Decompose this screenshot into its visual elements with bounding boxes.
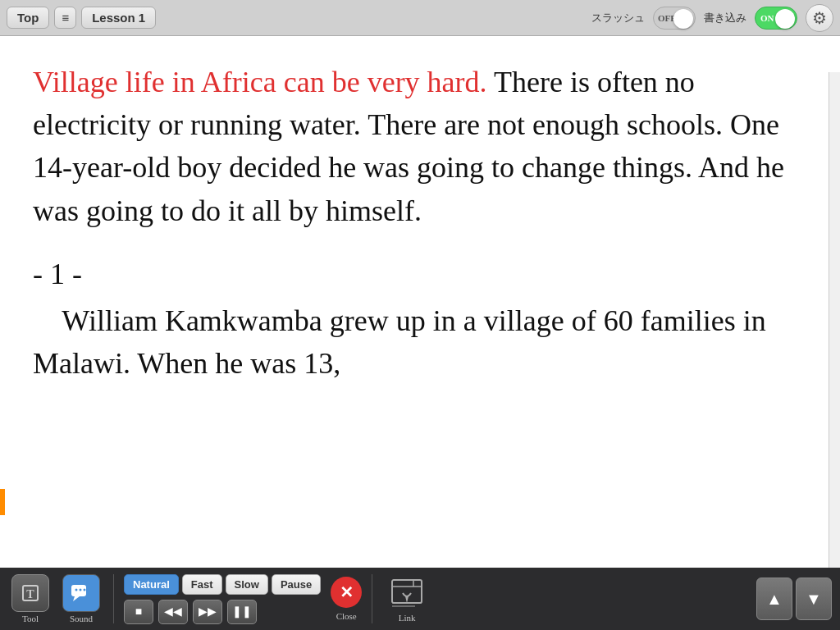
svg-text:T: T	[26, 588, 34, 600]
rewind-icon: ◀◀	[164, 605, 182, 619]
nav-buttons: ▲ ▼	[756, 578, 832, 620]
slash-label: スラッシュ	[591, 11, 645, 25]
top-button[interactable]: Top	[7, 7, 49, 29]
close-section: ✕ Close	[331, 577, 362, 621]
slash-toggle[interactable]: OFF	[653, 7, 696, 30]
play-button[interactable]: ▶▶	[193, 600, 222, 624]
speed-pause-button[interactable]: Pause	[272, 574, 321, 595]
sound-icon	[62, 574, 100, 612]
link-svg-icon	[390, 578, 423, 608]
speed-fast-button[interactable]: Fast	[182, 574, 222, 595]
link-icon	[386, 575, 427, 611]
pause-icon: ❚❚	[232, 605, 252, 619]
sound-svg-icon	[70, 582, 93, 605]
tool-svg-icon: T	[20, 582, 41, 604]
toolbar-divider-1	[113, 574, 114, 623]
nav-up-icon: ▲	[766, 590, 783, 609]
stop-icon: ■	[135, 605, 142, 619]
nav-up-button[interactable]: ▲	[756, 578, 792, 620]
toggle-on-knob	[775, 9, 795, 29]
header-right-controls: スラッシュ OFF 書き込み ON ⚙	[591, 4, 833, 32]
play-icon: ▶▶	[199, 605, 217, 619]
speed-buttons: Natural Fast Slow Pause	[124, 574, 321, 595]
bottom-toolbar: T Tool Sound Natural Fast Slow Pause	[0, 568, 840, 630]
close-icon: ✕	[340, 582, 354, 602]
sound-button[interactable]: Sound	[59, 574, 103, 623]
tool-button[interactable]: T Tool	[8, 574, 52, 623]
rewind-button[interactable]: ◀◀	[158, 600, 188, 624]
paragraph-2-text: William Kamkwamba grew up in a village o…	[33, 304, 766, 380]
link-button[interactable]: Link	[382, 575, 431, 623]
main-content: Village life in Africa can be very hard.…	[0, 36, 840, 578]
settings-button[interactable]: ⚙	[806, 4, 833, 32]
svg-point-4	[75, 589, 78, 591]
menu-button[interactable]: ≡	[54, 7, 76, 29]
transport-buttons: ■ ◀◀ ▶▶ ❚❚	[124, 600, 321, 624]
svg-marker-3	[73, 596, 80, 601]
header: Top ≡ Lesson 1 スラッシュ OFF 書き込み ON ⚙	[0, 0, 840, 36]
kakikomi-label: 書き込み	[704, 11, 746, 25]
stop-button[interactable]: ■	[124, 600, 153, 624]
svg-point-5	[80, 589, 82, 591]
pause-button[interactable]: ❚❚	[227, 600, 257, 624]
red-sentence: Village life in Africa can be very hard.	[33, 66, 487, 98]
kakikomi-toggle[interactable]: ON	[755, 7, 797, 30]
close-label: Close	[336, 611, 357, 621]
tool-label: Tool	[22, 614, 39, 623]
nav-down-icon: ▼	[806, 590, 822, 609]
sound-label: Sound	[70, 614, 93, 623]
orange-accent-bar	[0, 489, 5, 515]
tool-icon: T	[11, 574, 49, 612]
nav-down-button[interactable]: ▼	[796, 578, 832, 620]
page-number: - 1 -	[33, 257, 807, 291]
paragraph-2: William Kamkwamba grew up in a village o…	[33, 299, 807, 385]
scrollbar[interactable]	[829, 72, 840, 578]
lesson-button[interactable]: Lesson 1	[81, 7, 156, 29]
toolbar-divider-2	[372, 574, 372, 623]
link-label: Link	[399, 613, 416, 623]
close-button[interactable]: ✕	[331, 577, 362, 608]
svg-point-6	[84, 589, 86, 591]
paragraph-1: Village life in Africa can be very hard.…	[33, 61, 807, 232]
toggle-on-text: ON	[760, 13, 774, 23]
playback-controls: Natural Fast Slow Pause ■ ◀◀ ▶▶ ❚❚	[124, 574, 321, 624]
speed-slow-button[interactable]: Slow	[226, 574, 268, 595]
speed-natural-button[interactable]: Natural	[124, 574, 179, 595]
toggle-off-knob	[673, 9, 693, 29]
